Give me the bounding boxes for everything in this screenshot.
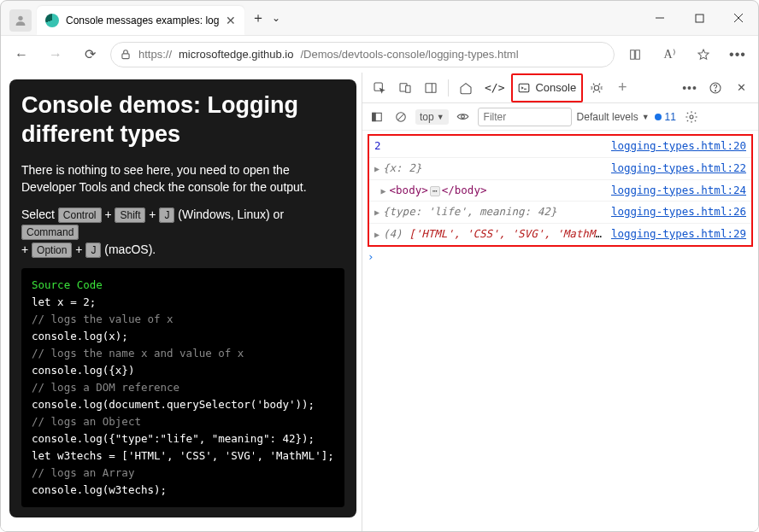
context-selector[interactable]: top ▼ — [415, 109, 449, 125]
tab-actions-button[interactable]: ⌄ — [272, 12, 280, 24]
edge-favicon — [45, 14, 59, 27]
enter-immersive-reader[interactable] — [621, 41, 649, 68]
source-link[interactable]: logging-types.html:20 — [611, 138, 746, 155]
issues-count[interactable]: 11 — [655, 111, 676, 123]
devtools-help[interactable] — [703, 76, 727, 100]
site-info-icon[interactable] — [120, 49, 132, 61]
svg-point-12 — [595, 85, 599, 90]
context-label: top — [420, 111, 434, 123]
log-value: {x: 2} — [383, 161, 421, 174]
source-code-label: Source Code — [32, 278, 103, 291]
kbd-j: J — [159, 208, 174, 223]
svg-point-14 — [715, 90, 715, 91]
tab-title: Console messages examples: log — [66, 15, 219, 26]
close-tab-icon[interactable]: ✕ — [226, 14, 236, 27]
kbd-option: Option — [32, 243, 72, 258]
log-body-close: </body> — [442, 184, 487, 196]
window-maximize[interactable] — [680, 1, 719, 35]
page-intro: There is nothing to see here, you need t… — [21, 161, 344, 196]
read-aloud[interactable]: A⁾ — [656, 41, 683, 68]
url-path: /Demos/devtools-console/logging-types.ht… — [300, 48, 518, 61]
svg-line-18 — [398, 114, 404, 120]
tab-sources-icon[interactable] — [585, 76, 609, 100]
expand-icon[interactable]: ▶ — [374, 162, 380, 175]
source-link[interactable]: logging-types.html:29 — [611, 226, 746, 243]
issue-indicator-icon — [655, 114, 662, 120]
toggle-sidebar-icon[interactable] — [368, 105, 386, 129]
console-row[interactable]: 2 logging-types.html:20 — [369, 136, 751, 158]
source-link[interactable]: logging-types.html:24 — [611, 183, 746, 199]
console-settings-icon[interactable] — [681, 105, 702, 129]
kbd-shift: Shift — [115, 208, 145, 223]
browser-menu[interactable]: ••• — [724, 41, 751, 68]
svg-rect-5 — [122, 53, 129, 58]
console-row[interactable]: ▶<body>⋯</body> logging-types.html:24 — [369, 180, 751, 202]
chevron-down-icon: ▼ — [642, 113, 650, 121]
address-bar[interactable]: https://microsoftedge.github.io/Demos/de… — [110, 42, 615, 67]
nav-refresh[interactable]: ⟳ — [76, 41, 103, 68]
tab-elements[interactable]: </> — [480, 73, 509, 102]
tab-console-label: Console — [535, 81, 576, 94]
source-code-block: Source Code let x = 2; // logs the value… — [21, 268, 344, 507]
kbd-control: Control — [58, 208, 102, 223]
devtools-close[interactable]: ✕ — [729, 76, 753, 100]
log-array-len: (4) — [383, 227, 409, 240]
tab-console[interactable]: Console — [511, 73, 583, 102]
console-row[interactable]: ▶(4) ['HTML', 'CSS', 'SVG', 'MathML'] lo… — [369, 224, 751, 245]
svg-point-0 — [18, 16, 22, 20]
issues-number: 11 — [665, 111, 676, 123]
new-tab-button[interactable]: ＋ — [251, 9, 265, 27]
nav-back[interactable]: ← — [8, 41, 35, 68]
log-value: 2 — [374, 139, 381, 152]
window-close[interactable] — [719, 1, 758, 35]
source-link[interactable]: logging-types.html:22 — [611, 161, 746, 177]
console-row[interactable]: ▶{type: 'life', meaning: 42} logging-typ… — [369, 202, 751, 224]
svg-point-20 — [690, 115, 693, 119]
console-prompt[interactable]: › — [362, 248, 758, 265]
page-heading: Console demos: Logging different types — [21, 91, 344, 149]
url-host: microsoftedge.github.io — [179, 48, 293, 61]
tab-welcome[interactable] — [454, 73, 478, 102]
svg-rect-2 — [696, 15, 703, 22]
page-content-pane: Console demos: Logging different types T… — [1, 73, 362, 531]
console-output-highlight: 2 logging-types.html:20 ▶{x: 2} logging-… — [368, 134, 753, 247]
expand-icon[interactable]: ▶ — [381, 184, 386, 197]
device-emulation-icon[interactable] — [393, 76, 417, 100]
console-row[interactable]: ▶{x: 2} logging-types.html:22 — [369, 158, 751, 180]
kbd-j2: J — [85, 243, 101, 258]
svg-rect-9 — [426, 83, 436, 92]
kbd-command: Command — [21, 225, 79, 240]
log-body-open: <body> — [390, 184, 428, 196]
source-link[interactable]: logging-types.html:26 — [611, 204, 746, 220]
shortcut-instructions: Select Control + Shift + J (Windows, Lin… — [21, 206, 344, 258]
favorite-star[interactable] — [690, 41, 717, 68]
log-level-label: Default levels — [577, 111, 638, 123]
clear-console-icon[interactable] — [391, 105, 410, 129]
svg-point-19 — [462, 115, 465, 119]
window-minimize[interactable] — [640, 1, 680, 35]
browser-tab[interactable]: Console messages examples: log ✕ — [37, 6, 244, 35]
inspect-element-icon[interactable] — [368, 76, 391, 100]
svg-rect-16 — [373, 113, 376, 120]
ellipsis-icon[interactable]: ⋯ — [430, 186, 440, 196]
expand-icon[interactable]: ▶ — [374, 228, 380, 241]
devtools-pane: </> Console + ••• ✕ — [362, 73, 758, 531]
log-array: ['HTML', 'CSS', 'SVG', 'MathML'] — [409, 227, 604, 240]
devtools-menu[interactable]: ••• — [678, 76, 702, 100]
log-value: {type: 'life', meaning: 42} — [383, 205, 556, 218]
profile-avatar[interactable] — [9, 9, 32, 32]
svg-rect-8 — [406, 85, 410, 92]
expand-icon[interactable]: ▶ — [374, 206, 380, 219]
svg-rect-11 — [520, 84, 530, 91]
tab-add[interactable]: + — [610, 76, 634, 100]
chevron-down-icon: ▼ — [437, 113, 444, 121]
dock-side-icon[interactable] — [419, 76, 443, 100]
nav-forward: → — [42, 41, 69, 68]
url-scheme: https:// — [138, 48, 172, 61]
filter-input[interactable] — [478, 108, 572, 126]
live-expression-icon[interactable] — [454, 105, 473, 129]
log-level-selector[interactable]: Default levels ▼ — [577, 111, 650, 123]
